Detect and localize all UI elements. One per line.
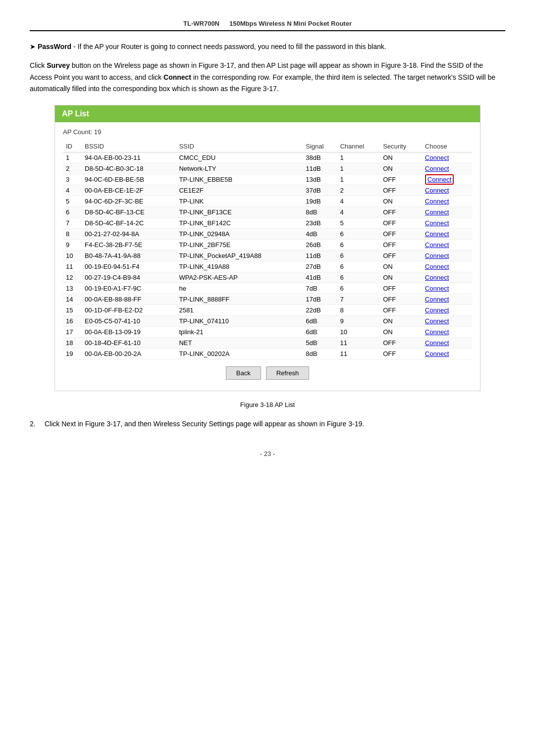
step2-wireless-bold: Wireless Security Settings [153, 420, 234, 428]
cell-signal: 26dB [303, 240, 337, 251]
connect-link[interactable]: Connect [425, 187, 449, 194]
password-label: PassWord [38, 43, 71, 50]
cell-connect: Connect [422, 338, 472, 349]
col-channel: Channel [337, 141, 380, 152]
cell-connect: Connect [422, 229, 472, 240]
cell-signal: 11dB [303, 251, 337, 261]
cell-bssid: 94-0C-6D-2F-3C-BE [82, 196, 176, 207]
table-row: 1900-0A-EB-00-20-2ATP-LINK_00202A8dB11OF… [63, 349, 472, 359]
cell-signal: 23dB [303, 218, 337, 229]
cell-ssid: WPA2-PSK-AES-AP [176, 272, 303, 283]
cell-bssid: 94-0C-6D-EB-BE-5B [82, 174, 176, 185]
refresh-button[interactable]: Refresh [266, 366, 310, 380]
cell-channel: 9 [337, 316, 380, 327]
cell-signal: 4dB [303, 229, 337, 240]
cell-id: 10 [63, 251, 82, 261]
cell-ssid: NET [176, 338, 303, 349]
connect-link[interactable]: Connect [425, 165, 449, 172]
cell-id: 15 [63, 305, 82, 316]
cell-bssid: 94-0A-EB-00-23-11 [82, 152, 176, 163]
cell-signal: 8dB [303, 207, 337, 218]
cell-ssid: 2581 [176, 305, 303, 316]
cell-signal: 6dB [303, 316, 337, 327]
cell-bssid: B0-48-7A-41-9A-88 [82, 251, 176, 261]
survey-paragraph: Click Survey button on the Wireless page… [30, 60, 505, 95]
connect-link[interactable]: Connect [425, 198, 449, 205]
col-choose: Choose [422, 141, 472, 152]
cell-id: 7 [63, 218, 82, 229]
connect-link[interactable]: Connect [425, 328, 449, 336]
page-number: - 23 - [30, 450, 505, 457]
cell-security: OFF [380, 185, 422, 196]
cell-connect: Connect [422, 272, 472, 283]
connect-link[interactable]: Connect [425, 285, 449, 292]
cell-connect: Connect [422, 305, 472, 316]
cell-ssid: Network-LTY [176, 163, 303, 174]
step2-paragraph: 2. Click Next in Figure 3-17, and then W… [30, 418, 505, 430]
cell-channel: 6 [337, 283, 380, 294]
connect-link[interactable]: Connect [425, 350, 449, 357]
cell-bssid: 00-19-E0-94-51-F4 [82, 261, 176, 272]
connect-link[interactable]: Connect [425, 174, 454, 185]
password-paragraph: ➤ PassWord - If the AP your Router is go… [30, 41, 505, 53]
cell-signal: 19dB [303, 196, 337, 207]
survey-bold: Survey [47, 61, 70, 69]
cell-bssid: 00-27-19-C4-B9-84 [82, 272, 176, 283]
connect-link[interactable]: Connect [425, 263, 449, 270]
cell-security: OFF [380, 251, 422, 261]
cell-id: 18 [63, 338, 82, 349]
cell-channel: 1 [337, 152, 380, 163]
cell-channel: 6 [337, 229, 380, 240]
survey-text1: Click [30, 61, 47, 69]
cell-ssid: TP-LINK_074110 [176, 316, 303, 327]
connect-link[interactable]: Connect [425, 339, 449, 347]
cell-connect: Connect [422, 185, 472, 196]
cell-signal: 38dB [303, 152, 337, 163]
connect-link[interactable]: Connect [425, 306, 449, 314]
col-signal: Signal [303, 141, 337, 152]
cell-bssid: F4-EC-38-2B-F7-5E [82, 240, 176, 251]
connect-link[interactable]: Connect [425, 154, 449, 161]
cell-ssid: TP-LINK_00202A [176, 349, 303, 359]
cell-ssid: TP-LINK [176, 196, 303, 207]
step2-text-middle: in Figure 3-17, and then [76, 420, 153, 428]
cell-security: OFF [380, 174, 422, 185]
back-button[interactable]: Back [226, 366, 261, 380]
cell-bssid: 00-0A-EB-13-09-19 [82, 327, 176, 338]
connect-link[interactable]: Connect [425, 296, 449, 303]
cell-connect: Connect [422, 349, 472, 359]
cell-security: OFF [380, 349, 422, 359]
step2-text-after: page will appear as shown in Figure 3-19… [234, 420, 364, 428]
cell-id: 19 [63, 349, 82, 359]
cell-bssid: 00-21-27-02-94-8A [82, 229, 176, 240]
connect-link[interactable]: Connect [425, 252, 449, 259]
cell-signal: 6dB [303, 327, 337, 338]
table-row: 800-21-27-02-94-8ATP-LINK_02948A4dB6OFFC… [63, 229, 472, 240]
cell-connect: Connect [422, 152, 472, 163]
cell-security: ON [380, 316, 422, 327]
connect-link[interactable]: Connect [425, 317, 449, 325]
cell-ssid: CE1E2F [176, 185, 303, 196]
connect-link[interactable]: Connect [425, 208, 449, 216]
cell-channel: 8 [337, 305, 380, 316]
cell-channel: 4 [337, 207, 380, 218]
cell-connect: Connect [422, 294, 472, 305]
cell-connect: Connect [422, 174, 472, 185]
col-ssid: SSID [176, 141, 303, 152]
cell-channel: 2 [337, 185, 380, 196]
button-row: Back Refresh [63, 359, 472, 385]
connect-link[interactable]: Connect [425, 274, 449, 281]
cell-bssid: 00-0A-EB-00-20-2A [82, 349, 176, 359]
step2-text-before: Click [45, 420, 61, 428]
cell-security: OFF [380, 305, 422, 316]
cell-connect: Connect [422, 261, 472, 272]
connect-link[interactable]: Connect [425, 219, 449, 227]
cell-channel: 11 [337, 349, 380, 359]
col-bssid: BSSID [82, 141, 176, 152]
cell-ssid: TP-LINK_BF13CE [176, 207, 303, 218]
cell-ssid: he [176, 283, 303, 294]
connect-link[interactable]: Connect [425, 230, 449, 238]
cell-ssid: TP-LINK_419A88 [176, 261, 303, 272]
cell-id: 17 [63, 327, 82, 338]
connect-link[interactable]: Connect [425, 241, 449, 249]
